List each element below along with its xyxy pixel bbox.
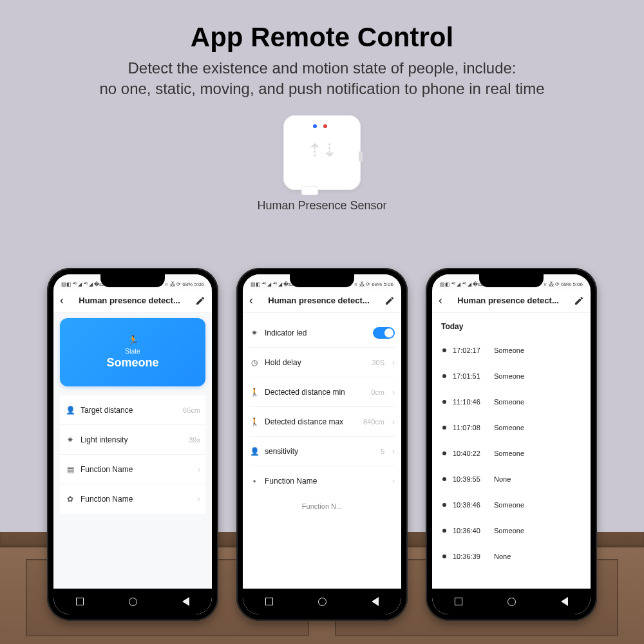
setting-label: sensitivity bbox=[265, 447, 375, 456]
clock-icon: ◷ bbox=[249, 358, 260, 367]
nav-home-icon[interactable] bbox=[129, 598, 137, 606]
log-state: Someone bbox=[494, 501, 524, 509]
edit-icon[interactable] bbox=[574, 296, 584, 306]
log-time: 10:40:22 bbox=[453, 450, 488, 457]
chevron-right-icon: › bbox=[392, 417, 395, 426]
back-icon[interactable]: ‹ bbox=[249, 294, 253, 307]
setting-row[interactable]: ✿Function Name› bbox=[60, 484, 205, 514]
nav-home-icon[interactable] bbox=[318, 598, 327, 606]
setting-label: Hold delay bbox=[265, 358, 366, 367]
log-item: 10:36:40Someone bbox=[439, 518, 584, 544]
person-icon: 👤 bbox=[65, 406, 75, 415]
status-bar: ▧◧ ⁴⁶ ◢ ⁴⁶ ◢ �szélesℕ ⨳ ⁂ ⟳ 68% 5:06 bbox=[53, 274, 212, 289]
page-title: App Remote Control bbox=[0, 22, 644, 53]
state-label: State bbox=[125, 348, 140, 355]
walk-icon: 🚶 bbox=[249, 388, 260, 397]
log-time: 11:07:08 bbox=[453, 424, 488, 431]
setting-label: Target distance bbox=[80, 406, 178, 415]
bullet-icon bbox=[442, 374, 446, 378]
edit-icon[interactable] bbox=[384, 296, 395, 306]
setting-value: 39x bbox=[189, 436, 200, 444]
log-item: 10:38:46Someone bbox=[439, 492, 584, 518]
setting-row[interactable]: ▤Function Name› bbox=[60, 455, 205, 484]
log-state: Someone bbox=[494, 424, 524, 431]
bullet-icon bbox=[442, 451, 446, 455]
nav-recent-icon[interactable] bbox=[455, 598, 462, 605]
setting-row[interactable]: 👤sensitivity5› bbox=[249, 437, 395, 466]
log-item: 17:01:51Someone bbox=[439, 363, 584, 389]
setting-row: 👤Target distance65cm bbox=[60, 395, 205, 425]
phone-mockup-2: ▧◧ ⁴⁶ ◢ ⁴⁶ ◢ �szélesℕ ⨳ ⁂ ⟳ 68% 5:06 ‹ H… bbox=[236, 268, 408, 621]
setting-label: Indicator led bbox=[265, 328, 368, 337]
log-time: 17:01:51 bbox=[453, 372, 488, 380]
state-card: 🏃 State Someone bbox=[60, 318, 205, 386]
log-state: Someone bbox=[494, 398, 524, 406]
toggle-switch[interactable] bbox=[373, 327, 395, 339]
back-icon[interactable]: ‹ bbox=[439, 294, 442, 307]
setting-value: 5 bbox=[381, 448, 384, 455]
nav-recent-icon[interactable] bbox=[265, 598, 273, 605]
setting-value: 840cm bbox=[363, 418, 384, 426]
log-state: Someone bbox=[494, 346, 524, 354]
edit-icon[interactable] bbox=[195, 296, 205, 306]
setting-label: Dectected distance min bbox=[265, 388, 366, 397]
setting-row[interactable]: ✷Indicator led bbox=[249, 318, 395, 348]
bullet-icon bbox=[442, 400, 446, 404]
status-bar: ▧◧ ⁴⁶ ◢ ⁴⁶ ◢ �szélesℕ ⨳ ⁂ ⟳ 68% 5:06 bbox=[243, 274, 401, 289]
android-nav bbox=[243, 589, 401, 614]
chevron-right-icon: › bbox=[198, 495, 200, 504]
screen-title: Human presence detect... bbox=[446, 296, 570, 305]
bullet-icon bbox=[442, 477, 446, 481]
log-item: 10:36:39None bbox=[439, 544, 584, 569]
status-bar: ▧◧ ⁴⁶ ◢ ⁴⁶ ◢ �szélesℕ ⨳ ⁂ ⟳ 68% 5:06 bbox=[432, 274, 591, 289]
setting-label: Light intensity bbox=[80, 435, 184, 444]
setting-row[interactable]: 🚶Detected distance max840cm› bbox=[249, 407, 395, 437]
sensor-block: ⇡⇣ Human Presence Sensor bbox=[0, 115, 644, 213]
phone-mockup-1: ▧◧ ⁴⁶ ◢ ⁴⁶ ◢ �szélesℕ ⨳ ⁂ ⟳ 68% 5:06 ‹ H… bbox=[47, 268, 218, 621]
bullet-icon bbox=[442, 348, 446, 352]
bullet-icon bbox=[442, 426, 446, 430]
setting-value: 65cm bbox=[183, 406, 200, 414]
chat-icon: ▪ bbox=[249, 477, 260, 486]
setting-row: ✷Light intensity39x bbox=[60, 425, 205, 455]
log-time: 17:02:17 bbox=[453, 346, 488, 354]
sensor-device-image: ⇡⇣ bbox=[283, 115, 361, 190]
app-bar: ‹ Human presence detect... bbox=[243, 289, 401, 313]
setting-label: Function Name bbox=[265, 477, 384, 486]
setting-value: 0cm bbox=[371, 388, 384, 396]
log-time: 10:38:46 bbox=[453, 501, 488, 509]
log-item: 11:10:46Someone bbox=[439, 389, 584, 415]
setting-label: Detected distance max bbox=[265, 417, 358, 426]
bullet-icon bbox=[442, 503, 446, 507]
bulb-icon: ✷ bbox=[249, 328, 260, 337]
log-state: Someone bbox=[494, 372, 524, 380]
nav-back-icon[interactable] bbox=[372, 597, 379, 606]
screen-title: Human presence detect... bbox=[257, 296, 381, 305]
log-state: Someone bbox=[494, 450, 524, 457]
log-item: 11:07:08Someone bbox=[439, 415, 584, 440]
setting-label: Function Name bbox=[80, 495, 190, 504]
log-section-header: Today bbox=[439, 318, 584, 337]
nav-back-icon[interactable] bbox=[561, 597, 568, 606]
chevron-right-icon: › bbox=[198, 465, 200, 474]
bullet-icon bbox=[442, 554, 446, 558]
log-item: 10:39:55None bbox=[439, 466, 584, 492]
setting-row[interactable]: ◷Hold delay30S› bbox=[249, 348, 395, 377]
bullet-icon bbox=[442, 529, 446, 533]
nav-back-icon[interactable] bbox=[182, 597, 189, 606]
back-icon[interactable]: ‹ bbox=[60, 294, 64, 307]
sensor-glyph-icon: ⇡⇣ bbox=[307, 140, 337, 161]
log-state: None bbox=[494, 475, 511, 483]
android-nav bbox=[53, 589, 212, 614]
log-state: Someone bbox=[494, 527, 524, 535]
sensor-caption: Human Presence Sensor bbox=[0, 199, 644, 213]
nav-home-icon[interactable] bbox=[507, 598, 516, 606]
setting-row[interactable]: 🚶Dectected distance min0cm› bbox=[249, 377, 395, 407]
state-value: Someone bbox=[106, 356, 158, 370]
setting-label: Function Name bbox=[80, 465, 190, 474]
log-item: 10:40:22Someone bbox=[439, 440, 584, 466]
walk-icon: 🚶 bbox=[249, 417, 260, 426]
nav-recent-icon[interactable] bbox=[76, 598, 84, 605]
setting-row[interactable]: ▪Function Name› bbox=[249, 466, 395, 496]
chevron-right-icon: › bbox=[392, 388, 395, 397]
